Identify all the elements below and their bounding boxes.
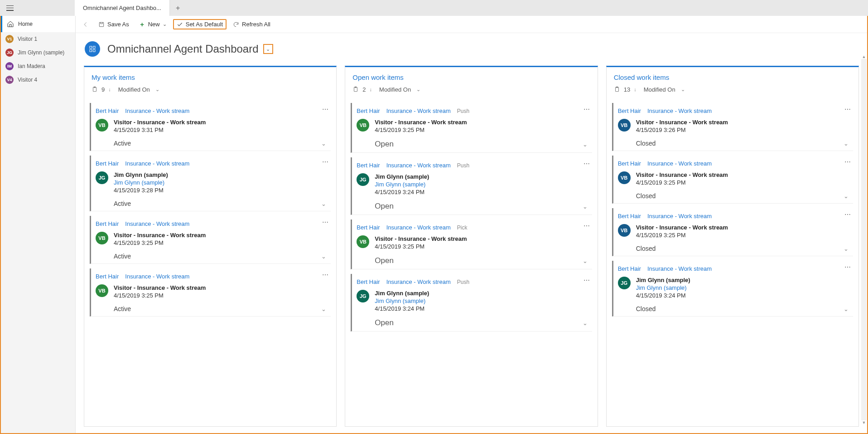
sort-field[interactable]: Modified On — [118, 86, 150, 93]
card-more-button[interactable]: ⋯ — [583, 222, 590, 229]
chevron-down-icon[interactable]: ⌄ — [844, 193, 849, 200]
save-as-button[interactable]: Save As — [95, 19, 133, 29]
sidebar-item-session[interactable]: IMIan Madera — [1, 59, 75, 73]
card-owner-link[interactable]: Bert Hair — [618, 265, 641, 272]
dashboard-selector[interactable]: ⌄ — [263, 44, 273, 54]
card-owner-link[interactable]: Bert Hair — [96, 220, 119, 227]
avatar: JG — [357, 173, 369, 186]
sort-direction-icon[interactable]: ↓ — [108, 87, 111, 92]
chevron-down-icon[interactable]: ⌄ — [844, 306, 849, 312]
card-sublink[interactable]: Jim Glynn (sample) — [636, 284, 690, 291]
card-more-button[interactable]: ⋯ — [844, 106, 851, 113]
card-owner-link[interactable]: Bert Hair — [357, 278, 380, 285]
card-more-button[interactable]: ⋯ — [844, 158, 851, 166]
refresh-all-button[interactable]: Refresh All — [229, 19, 274, 29]
sort-field[interactable]: Modified On — [379, 86, 411, 93]
card-owner-link[interactable]: Bert Hair — [96, 107, 119, 114]
work-item-card[interactable]: ⋯ Bert Hair Insurance - Work stream VB V… — [90, 216, 331, 264]
card-stream-link[interactable]: Insurance - Work stream — [647, 107, 712, 114]
card-more-button[interactable]: ⋯ — [322, 158, 329, 166]
card-owner-link[interactable]: Bert Hair — [618, 160, 641, 167]
sidebar-home[interactable]: Home — [1, 16, 75, 32]
avatar: JG — [96, 171, 108, 184]
sort-direction-icon[interactable]: ↓ — [370, 87, 372, 92]
card-stream-link[interactable]: Insurance - Work stream — [125, 220, 189, 227]
column-count: 13 — [624, 86, 630, 93]
card-stream-link[interactable]: Insurance - Work stream — [125, 107, 189, 114]
chevron-down-icon[interactable]: ⌄ — [321, 200, 326, 207]
avatar: VB — [96, 232, 108, 244]
work-item-card[interactable]: ⋯ Bert Hair Insurance - Work stream VB V… — [90, 268, 331, 317]
card-status: Open — [375, 256, 394, 265]
work-item-card[interactable]: ⋯ Bert Hair Insurance - Work stream Push… — [351, 103, 592, 153]
work-item-card[interactable]: ⋯ Bert Hair Insurance - Work stream VB V… — [612, 156, 853, 204]
new-button[interactable]: + New ⌄ — [135, 19, 170, 29]
sort-direction-icon[interactable]: ↓ — [634, 87, 637, 92]
card-status: Open — [375, 140, 394, 149]
card-mode-badge: Push — [457, 279, 469, 285]
chevron-down-icon[interactable]: ⌄ — [321, 140, 326, 147]
work-item-card[interactable]: ⋯ Bert Hair Insurance - Work stream VB V… — [612, 208, 853, 256]
card-stream-link[interactable]: Insurance - Work stream — [125, 160, 189, 167]
card-sublink[interactable]: Jim Glynn (sample) — [375, 297, 429, 304]
chevron-down-icon[interactable]: ⌄ — [155, 87, 159, 93]
sort-field[interactable]: Modified On — [644, 86, 675, 93]
card-owner-link[interactable]: Bert Hair — [96, 160, 119, 167]
sidebar-item-session[interactable]: V1Visitor 1 — [1, 32, 75, 46]
work-item-card[interactable]: ⋯ Bert Hair Insurance - Work stream Push… — [351, 157, 592, 215]
sidebar-home-label: Home — [18, 21, 33, 27]
work-item-card[interactable]: ⋯ Bert Hair Insurance - Work stream JG J… — [612, 261, 853, 317]
chevron-down-icon[interactable]: ⌄ — [583, 258, 588, 264]
back-button[interactable] — [79, 21, 92, 28]
work-item-card[interactable]: ⋯ Bert Hair Insurance - Work stream Pick… — [351, 219, 592, 269]
chevron-down-icon[interactable]: ⌄ — [321, 253, 326, 260]
card-stream-link[interactable]: Insurance - Work stream — [386, 107, 451, 114]
chevron-down-icon[interactable]: ⌄ — [583, 141, 588, 148]
card-more-button[interactable]: ⋯ — [322, 219, 329, 226]
chevron-down-icon[interactable]: ⌄ — [321, 306, 326, 312]
chevron-down-icon[interactable]: ⌄ — [681, 87, 685, 93]
work-item-card[interactable]: ⋯ Bert Hair Insurance - Work stream Push… — [351, 274, 592, 332]
new-label: New — [148, 21, 160, 28]
card-more-button[interactable]: ⋯ — [844, 211, 851, 218]
chevron-down-icon[interactable]: ⌄ — [844, 245, 849, 252]
card-sublink[interactable]: Jim Glynn (sample) — [114, 179, 168, 186]
card-owner-link[interactable]: Bert Hair — [357, 224, 380, 231]
card-more-button[interactable]: ⋯ — [583, 277, 590, 284]
page-header: Omnichannel Agent Dashboard ⌄ — [76, 33, 867, 60]
card-more-button[interactable]: ⋯ — [583, 106, 590, 113]
work-item-card[interactable]: ⋯ Bert Hair Insurance - Work stream JG J… — [90, 156, 331, 211]
card-owner-link[interactable]: Bert Hair — [618, 213, 641, 219]
card-owner-link[interactable]: Bert Hair — [96, 273, 119, 280]
chevron-down-icon[interactable]: ⌄ — [583, 320, 588, 327]
card-more-button[interactable]: ⋯ — [322, 106, 329, 113]
card-owner-link[interactable]: Bert Hair — [618, 107, 641, 114]
sidebar-item-session[interactable]: V4Visitor 4 — [1, 73, 75, 87]
card-stream-link[interactable]: Insurance - Work stream — [386, 162, 451, 169]
work-item-card[interactable]: ⋯ Bert Hair Insurance - Work stream VB V… — [90, 103, 331, 151]
card-more-button[interactable]: ⋯ — [322, 271, 329, 278]
save-icon — [98, 21, 105, 28]
tab-add[interactable]: + — [170, 0, 186, 16]
card-more-button[interactable]: ⋯ — [583, 160, 590, 167]
hamburger-menu[interactable] — [6, 5, 14, 11]
chevron-down-icon[interactable]: ⌄ — [844, 140, 849, 147]
card-more-button[interactable]: ⋯ — [844, 263, 851, 271]
chevron-down-icon[interactable]: ⌄ — [583, 203, 588, 210]
work-item-card[interactable]: ⋯ Bert Hair Insurance - Work stream VB V… — [612, 103, 853, 151]
sidebar-item-session[interactable]: JGJim Glynn (sample) — [1, 46, 75, 59]
card-sublink[interactable]: Jim Glynn (sample) — [375, 181, 429, 188]
vertical-scrollbar[interactable]: ▲ ▼ — [861, 54, 867, 425]
card-owner-link[interactable]: Bert Hair — [357, 162, 380, 169]
set-default-button[interactable]: Set As Default — [173, 19, 227, 29]
card-stream-link[interactable]: Insurance - Work stream — [647, 160, 712, 167]
work-items-column: Open work items 2 ↓ Modified On ⌄ ⋯ Bert… — [345, 66, 598, 427]
card-stream-link[interactable]: Insurance - Work stream — [647, 213, 712, 219]
card-owner-link[interactable]: Bert Hair — [357, 107, 380, 114]
card-stream-link[interactable]: Insurance - Work stream — [386, 278, 451, 285]
chevron-down-icon[interactable]: ⌄ — [416, 87, 420, 93]
card-stream-link[interactable]: Insurance - Work stream — [647, 265, 712, 272]
tab-dashboard[interactable]: Omnichannel Agent Dashbo... — [75, 0, 170, 16]
card-stream-link[interactable]: Insurance - Work stream — [125, 273, 189, 280]
card-stream-link[interactable]: Insurance - Work stream — [386, 224, 451, 231]
